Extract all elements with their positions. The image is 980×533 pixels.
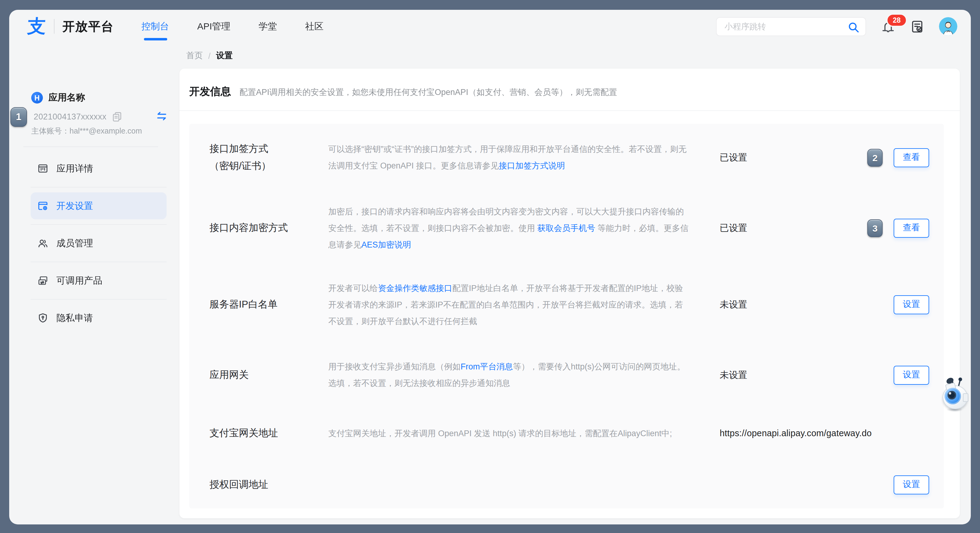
copy-icon[interactable]	[112, 111, 122, 122]
nav-tab-1[interactable]: 控制台	[142, 21, 169, 32]
setting-actions: 2 查看	[867, 148, 929, 167]
sidebar-item-label: 隐私申请	[56, 312, 93, 324]
sidebar-item-4[interactable]: 可调用产品	[30, 267, 167, 294]
top-navigation: 支 开放平台 控制台API管理学堂社区	[9, 10, 971, 49]
search-input[interactable]	[717, 18, 865, 35]
setting-label: 接口内容加密方式	[210, 220, 328, 237]
inline-link[interactable]: 获取会员手机号	[538, 223, 595, 232]
sidebar-divider	[30, 224, 167, 225]
settings-row-2: 接口内容加密方式 加密后，接口的请求内容和响应内容将会由明文内容变为密文内容，可…	[189, 191, 944, 265]
sidebar-item-label: 可调用产品	[56, 275, 102, 286]
setting-action-button[interactable]: 设置	[894, 475, 929, 494]
setting-action-button[interactable]: 查看	[894, 148, 929, 167]
header-divider	[180, 110, 960, 111]
sidebar-divider	[23, 146, 158, 147]
setting-actions: 3 查看	[867, 218, 929, 237]
step-badge-2: 2	[867, 149, 883, 166]
setting-description: 可以选择“密钥”或“证书”的接口加签方式，用于保障应用和开放平台通信的安全性。若…	[328, 141, 690, 174]
sidebar-item-3[interactable]: 成员管理	[30, 230, 167, 257]
setting-description: 加密后，接口的请求内容和响应内容将会由明文内容变为密文内容，可以大大提升接口内容…	[328, 203, 690, 253]
setting-status: 已设置	[720, 222, 867, 234]
sidebar-divider	[30, 187, 167, 188]
tasks-button[interactable]	[910, 19, 924, 33]
primary-nav: 控制台API管理学堂社区	[142, 21, 323, 32]
setting-actions: 设置	[894, 295, 929, 314]
step-badge-3: 3	[867, 219, 883, 237]
search-icon[interactable]	[848, 21, 859, 33]
inline-link[interactable]: AES加密说明	[361, 240, 411, 249]
setting-label: 服务器IP白名单	[210, 296, 328, 313]
settings-row-5: 支付宝网关地址 支付宝网关地址，开发者调用 OpenAPI 发送 http(s)…	[189, 406, 944, 461]
notification-count-badge: 28	[886, 13, 907, 27]
owner-account: 主体账号：hal***@example.com	[31, 126, 142, 137]
privacy-icon	[37, 312, 48, 323]
setting-action-button[interactable]: 查看	[894, 218, 929, 237]
settings-row-4: 应用网关 用于接收支付宝异步通知消息（例如From平台消息等），需要传入http…	[189, 344, 944, 406]
inline-link[interactable]: From平台消息	[461, 362, 513, 371]
members-icon	[37, 238, 48, 249]
mascot-pupil	[948, 391, 956, 399]
dev-info-card: 开发信息 配置API调用相关的安全设置，如您未使用任何支付宝OpenAPI（如支…	[180, 68, 960, 518]
sidebar-item-label: 成员管理	[56, 237, 93, 249]
card-header: 开发信息 配置API调用相关的安全设置，如您未使用任何支付宝OpenAPI（如支…	[189, 84, 950, 99]
setting-action-button[interactable]: 设置	[894, 295, 929, 314]
sidebar-item-label: 开发设置	[56, 200, 93, 212]
assistant-mascot-icon[interactable]	[942, 378, 968, 411]
setting-description: 支付宝网关地址，开发者调用 OpenAPI 发送 http(s) 请求的目标地址…	[328, 425, 690, 441]
app-window: 支 开放平台 控制台API管理学堂社区	[9, 10, 971, 524]
setting-status: 已设置	[720, 152, 867, 163]
step-badge-1: 1	[10, 107, 27, 127]
app-header: H 应用名称	[31, 92, 85, 103]
breadcrumb-current: 设置	[216, 50, 233, 61]
sidebar: H 应用名称 2021004137xxxxxx	[9, 49, 180, 524]
alipay-logo-icon[interactable]: 支	[27, 17, 46, 35]
app-name: 应用名称	[48, 92, 85, 103]
setting-value: https://openapi.alipay.com/gateway.do	[720, 428, 929, 438]
settings-row-1: 接口加签方式（密钥/证书） 可以选择“密钥”或“证书”的接口加签方式，用于保障应…	[189, 124, 944, 191]
dev-settings-icon	[37, 200, 48, 212]
inline-link[interactable]: 接口加签方式说明	[499, 161, 565, 170]
sidebar-item-label: 应用详情	[56, 163, 93, 174]
sidebar-divider	[30, 299, 167, 299]
nav-tab-4[interactable]: 社区	[305, 21, 323, 32]
search-box[interactable]	[716, 17, 866, 36]
mascot-ear	[963, 393, 968, 402]
notifications-button[interactable]: 28	[881, 19, 896, 34]
nav-right-group: 28	[716, 17, 957, 36]
setting-label: 授权回调地址	[210, 476, 328, 493]
page-subtitle: 配置API调用相关的安全设置，如您未使用任何支付宝OpenAPI（如支付、营销、…	[240, 87, 617, 98]
nav-tab-2[interactable]: API管理	[197, 21, 230, 32]
setting-label: 支付宝网关地址	[210, 425, 328, 442]
sidebar-item-5[interactable]: 隐私申请	[30, 304, 167, 331]
app-id: 2021004137xxxxxx	[34, 112, 107, 121]
setting-actions: 设置	[894, 366, 929, 384]
page-title: 开发信息	[189, 84, 231, 99]
brand-title[interactable]: 开放平台	[62, 18, 114, 35]
inline-link[interactable]: 资金操作类敏感接口	[378, 283, 452, 293]
todo-list-icon	[910, 19, 924, 33]
setting-action-button[interactable]: 设置	[894, 366, 929, 384]
nav-tab-3[interactable]: 学堂	[258, 21, 277, 32]
settings-row-3: 服务器IP白名单 开发者可以给资金操作类敏感接口配置IP地址白名单，开放平台将基…	[189, 265, 944, 344]
sidebar-menu: 应用详情 开发设置 成员管理 可调用产品 隐私申请	[30, 155, 167, 331]
app-id-line: 2021004137xxxxxx	[34, 111, 170, 122]
switch-app-icon[interactable]	[156, 111, 167, 121]
products-icon	[37, 275, 48, 286]
setting-actions: 设置	[894, 475, 929, 494]
logo-divider	[54, 19, 54, 34]
sidebar-item-2[interactable]: 开发设置	[30, 193, 167, 220]
setting-status: 未设置	[720, 369, 894, 381]
breadcrumb: 首页 / 设置	[186, 50, 233, 61]
settings-row-6: 授权回调地址 设置	[189, 461, 944, 509]
settings-panel: 接口加签方式（密钥/证书） 可以选择“密钥”或“证书”的接口加签方式，用于保障应…	[189, 124, 944, 509]
breadcrumb-separator: /	[208, 51, 211, 60]
sidebar-divider	[30, 262, 167, 262]
setting-status: 未设置	[720, 299, 894, 310]
app-details-icon	[37, 163, 48, 174]
setting-description: 开发者可以给资金操作类敏感接口配置IP地址白名单，开放平台将基于开发者配置的IP…	[328, 280, 690, 329]
breadcrumb-home[interactable]: 首页	[186, 50, 203, 61]
setting-label: 接口加签方式（密钥/证书）	[210, 140, 328, 175]
user-avatar[interactable]	[939, 17, 957, 35]
app-avatar: H	[31, 92, 43, 103]
sidebar-item-1[interactable]: 应用详情	[30, 155, 167, 182]
